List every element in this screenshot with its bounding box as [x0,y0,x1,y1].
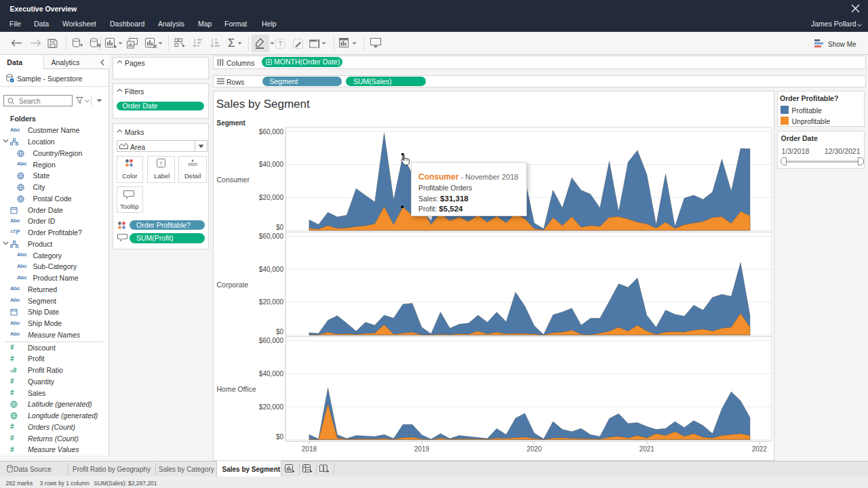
svg-text:2019: 2019 [414,445,429,453]
svg-text:Corporate: Corporate [216,280,248,288]
svg-text:2020: 2020 [526,445,542,453]
svg-text:$60,000: $60,000 [258,337,283,344]
svg-text:2022: 2022 [751,445,767,453]
svg-text:$20,000: $20,000 [258,298,283,306]
svg-text:2018: 2018 [301,445,317,453]
svg-text:$0: $0 [275,432,283,440]
svg-text:$60,000: $60,000 [258,127,283,135]
svg-text:$20,000: $20,000 [258,193,283,201]
svg-text:$0: $0 [275,224,283,231]
svg-text:Segment: Segment [216,119,245,127]
svg-text:$40,000: $40,000 [258,161,283,168]
svg-text:$60,000: $60,000 [258,232,283,239]
svg-text:T: T [159,161,163,167]
svg-text:$40,000: $40,000 [258,265,283,272]
svg-text:Consumer: Consumer [216,176,250,184]
svg-text:$0: $0 [275,328,283,336]
svg-text:$40,000: $40,000 [258,369,283,377]
svg-text:$20,000: $20,000 [258,403,283,410]
svg-text:Home Office: Home Office [216,384,256,392]
svg-text:2021: 2021 [639,445,654,453]
